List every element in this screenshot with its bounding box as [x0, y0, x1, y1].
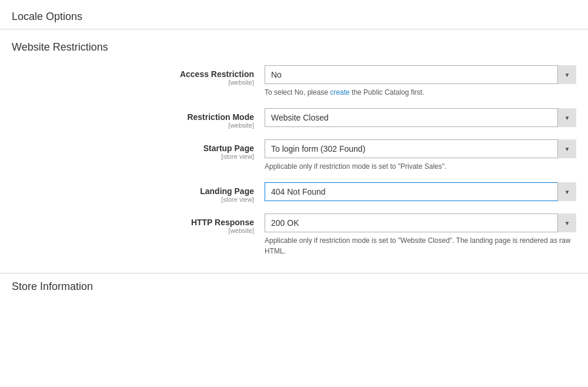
http-response-field-col: 200 OK 503 Service Unavailable Applicabl… [265, 213, 576, 256]
http-response-select[interactable]: 200 OK 503 Service Unavailable [265, 213, 576, 232]
landing-page-field-col: 404 Not Found 503 Service Unavailable [265, 182, 576, 201]
website-restrictions-section: Website Restrictions Access Restriction … [0, 29, 588, 273]
startup-page-select[interactable]: To login form (302 Found) To landing pag… [265, 139, 576, 158]
access-restriction-create-link[interactable]: create [330, 88, 349, 96]
restriction-mode-scope: [website] [12, 122, 254, 129]
landing-page-scope: [store view] [12, 196, 254, 203]
landing-page-row: Landing Page [store view] 404 Not Found … [12, 182, 576, 203]
restriction-mode-label-col: Restriction Mode [website] [12, 108, 265, 129]
startup-page-scope: [store view] [12, 153, 254, 160]
access-restriction-scope: [website] [12, 79, 254, 86]
restriction-mode-field-col: Website Closed Private Sales [265, 108, 576, 127]
restriction-mode-select[interactable]: Website Closed Private Sales [265, 108, 576, 127]
startup-page-row: Startup Page [store view] To login form … [12, 139, 576, 172]
store-information-title: Store Information [12, 281, 576, 293]
http-response-row: HTTP Response [website] 200 OK 503 Servi… [12, 213, 576, 256]
restriction-mode-label: Restriction Mode [12, 112, 254, 122]
http-response-scope: [website] [12, 227, 254, 234]
startup-page-hint: Applicable only if restriction mode is s… [265, 161, 576, 172]
website-restrictions-title: Website Restrictions [12, 41, 576, 54]
http-response-select-wrapper: 200 OK 503 Service Unavailable [265, 213, 576, 232]
access-restriction-label-col: Access Restriction [website] [12, 65, 265, 86]
landing-page-select[interactable]: 404 Not Found 503 Service Unavailable [265, 182, 576, 201]
landing-page-label-col: Landing Page [store view] [12, 182, 265, 203]
http-response-label: HTTP Response [12, 218, 254, 227]
access-restriction-select[interactable]: No Yes [265, 65, 576, 84]
http-response-hint: Applicable only if restriction mode is s… [265, 235, 576, 256]
landing-page-select-wrapper: 404 Not Found 503 Service Unavailable [265, 182, 576, 201]
restriction-mode-select-wrapper: Website Closed Private Sales [265, 108, 576, 127]
landing-page-label: Landing Page [12, 186, 254, 196]
locale-options-title: Locale Options [12, 11, 576, 23]
access-restriction-row: Access Restriction [website] No Yes To s… [12, 65, 576, 98]
access-restriction-hint: To select No, please create the Public C… [265, 87, 576, 98]
locale-options-section: Locale Options [0, 0, 588, 29]
access-restriction-field-col: No Yes To select No, please create the P… [265, 65, 576, 98]
restriction-mode-row: Restriction Mode [website] Website Close… [12, 108, 576, 129]
startup-page-label-col: Startup Page [store view] [12, 139, 265, 160]
http-response-label-col: HTTP Response [website] [12, 213, 265, 234]
startup-page-field-col: To login form (302 Found) To landing pag… [265, 139, 576, 172]
access-restriction-select-wrapper: No Yes [265, 65, 576, 84]
startup-page-select-wrapper: To login form (302 Found) To landing pag… [265, 139, 576, 158]
store-information-section: Store Information [0, 273, 588, 299]
startup-page-label: Startup Page [12, 144, 254, 153]
access-restriction-label: Access Restriction [12, 69, 254, 79]
